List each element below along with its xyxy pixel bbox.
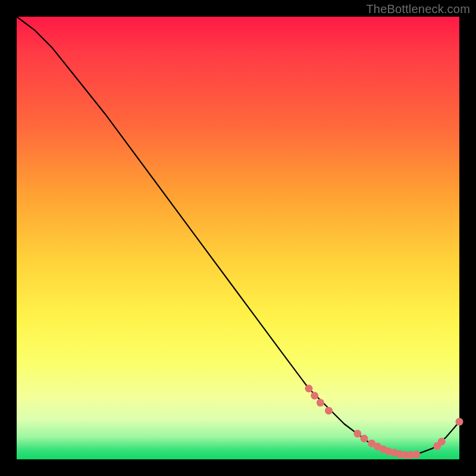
marker-group <box>305 385 464 459</box>
data-marker <box>412 450 420 458</box>
plot-area <box>17 17 459 459</box>
data-marker <box>317 399 324 406</box>
data-marker <box>456 418 464 425</box>
data-marker <box>361 435 368 443</box>
data-marker <box>438 438 446 446</box>
data-marker <box>353 430 361 437</box>
data-marker <box>311 392 318 399</box>
data-marker <box>305 385 313 393</box>
chart-frame: TheBottleneck.com <box>0 0 476 476</box>
watermark-text: TheBottleneck.com <box>366 2 470 16</box>
chart-svg <box>17 17 459 459</box>
data-marker <box>325 407 333 415</box>
bottleneck-curve <box>17 17 459 455</box>
